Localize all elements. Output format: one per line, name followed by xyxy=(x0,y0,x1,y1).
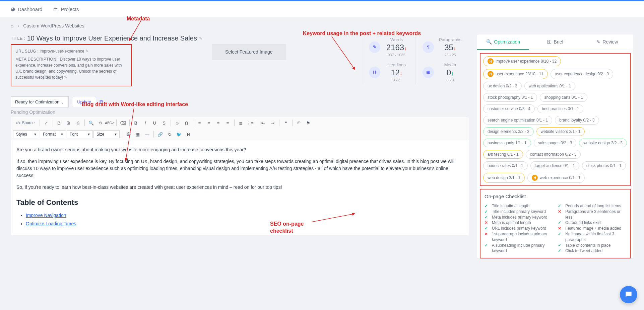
strike-icon[interactable]: S xyxy=(160,119,169,127)
save-icon[interactable]: 🗎 xyxy=(64,119,73,127)
numbered-list-icon[interactable]: ≣ xyxy=(237,119,245,127)
keyword-chip[interactable]: web applications 0/1 - 1 xyxy=(524,82,575,90)
checklist-item-label: Meta includes primary keyword xyxy=(492,215,547,220)
keyword-chip[interactable]: ux design 0/2 - 3 xyxy=(483,82,522,90)
tab-optimization[interactable]: 🔍 Optimization xyxy=(477,34,529,50)
size-select[interactable]: Size▾ xyxy=(93,130,120,138)
check-icon: ✓ xyxy=(485,243,489,248)
outdent-icon[interactable]: ⇤ xyxy=(259,119,268,127)
keyword-chip[interactable]: best practices 0/1 - 1 xyxy=(537,104,583,113)
tab-brief[interactable]: ⚿ Brief xyxy=(529,34,581,50)
keyword-chip[interactable]: customer service 0/3 - 4 xyxy=(483,104,535,113)
format-select[interactable]: Format▾ xyxy=(40,130,66,138)
nav-projects[interactable]: 🗀 Projects xyxy=(53,6,79,12)
keyword-chip[interactable]: bounce rates 0/1 - 1 xyxy=(483,161,528,170)
table-icon[interactable]: ▦ xyxy=(133,130,142,139)
align-left-icon[interactable]: ≡ xyxy=(195,119,204,127)
print-icon[interactable]: ⎙ xyxy=(74,119,82,127)
insert-image-icon[interactable]: 🖼 xyxy=(124,130,133,139)
keyword-chip-label: stock photos 0/1 - 1 xyxy=(586,163,622,168)
toc-link-1[interactable]: Improve Navigation xyxy=(26,213,66,218)
checklist-item: ✓Title includes primary keyword xyxy=(485,209,553,215)
bold-icon[interactable]: B xyxy=(132,119,140,127)
twitter-icon[interactable]: 🐦 xyxy=(175,130,183,139)
keyword-chip[interactable]: sales pages 0/2 - 3 xyxy=(534,139,576,147)
stat-media-range: 3 - 3 xyxy=(438,78,462,82)
keyword-chip[interactable]: Huser experience 28/10 - 11 xyxy=(483,69,548,79)
keyword-chip[interactable]: website visitors 2/1 - 1 xyxy=(536,127,585,136)
keyword-chip[interactable]: contact information 0/2 - 3 xyxy=(526,150,581,159)
keyword-h-badge: H xyxy=(488,58,494,64)
keyword-chip[interactable]: website design 2/2 - 3 xyxy=(579,139,627,147)
bullet-list-icon[interactable]: ⋮≡ xyxy=(246,119,255,127)
keyword-chip[interactable]: target audience 0/1 - 1 xyxy=(530,161,579,170)
select-featured-image-button[interactable]: Select Featured Image xyxy=(212,44,286,60)
blockquote-icon[interactable]: ❝ xyxy=(281,119,290,127)
flag-icon[interactable]: ⚑ xyxy=(304,119,313,127)
checklist-item: ✓Outbound links exist xyxy=(558,220,626,226)
edit-title-icon[interactable]: ✎ xyxy=(199,36,202,41)
home-icon[interactable]: ⌂ xyxy=(11,23,13,28)
edit-meta-desc-icon[interactable]: ✎ xyxy=(64,75,67,80)
keyword-chip-label: web experience 0/1 - 1 xyxy=(540,175,580,180)
breadcrumb: ⌂ › Custom WordPress Websites xyxy=(0,17,644,34)
indent-icon[interactable]: ⇥ xyxy=(268,119,277,127)
source-button[interactable]: </>Source xyxy=(13,119,38,127)
nav-dashboard[interactable]: ◕ Dashboard xyxy=(11,6,42,12)
keyword-chip[interactable]: design elements 2/2 - 3 xyxy=(483,127,534,136)
undo-icon[interactable]: ↶ xyxy=(295,119,303,127)
editor-content[interactable]: Are you a brand owner serious about maki… xyxy=(11,140,469,235)
refresh-icon[interactable]: ↻ xyxy=(165,130,174,139)
replace-icon[interactable]: ⟲ xyxy=(96,119,105,127)
keyword-chip[interactable]: stock photos 0/1 - 1 xyxy=(582,161,626,170)
smiley-icon[interactable]: ☺ xyxy=(173,119,182,127)
keyword-chip[interactable]: user experience design 0/2 - 3 xyxy=(551,69,613,79)
checklist-item-label: Click to Tweet added xyxy=(565,248,602,254)
align-right-icon[interactable]: ≡ xyxy=(214,119,223,127)
keyword-chip[interactable]: Himprove user experience 8/10 - 32 xyxy=(483,56,561,66)
align-center-icon[interactable]: ≡ xyxy=(205,119,213,127)
find-icon[interactable]: 🔍 xyxy=(87,119,95,127)
styles-select[interactable]: Styles▾ xyxy=(13,130,39,138)
font-select[interactable]: Font▾ xyxy=(67,130,93,138)
keyword-chip[interactable]: brand loyalty 0/2 - 3 xyxy=(555,116,599,125)
toc-heading: Table of Contents xyxy=(16,197,463,208)
edit-slug-icon[interactable]: ✎ xyxy=(85,49,89,54)
arrow-up-icon: ↑ xyxy=(451,71,454,76)
new-doc-icon[interactable]: 🗋 xyxy=(55,119,64,127)
link-icon[interactable]: 🔗 xyxy=(156,130,165,139)
status-select[interactable]: Ready for Optimization ⌄ xyxy=(11,96,69,107)
keyword-chip[interactable]: stock photography 0/1 - 1 xyxy=(483,93,537,102)
status-select-value: Ready for Optimization xyxy=(15,99,59,104)
pencil-icon: ✎ xyxy=(596,39,600,45)
remove-format-icon[interactable]: ⌫ xyxy=(119,119,127,127)
italic-icon[interactable]: I xyxy=(141,119,150,127)
content-p1: Are you a brand owner serious about maki… xyxy=(16,146,463,153)
keyword-chip[interactable]: business goals 1/1 - 1 xyxy=(483,139,531,147)
update-button[interactable]: Update xyxy=(72,97,96,107)
checklist-item: ✓Periods at end of long list items xyxy=(558,203,626,209)
page-title-row: TITLE : 10 Ways to Improve User Experien… xyxy=(11,34,202,42)
content-p2: If so, then improving user experience is… xyxy=(16,158,463,179)
heading-insert-icon[interactable]: H xyxy=(184,130,193,139)
toc-link-2[interactable]: Optimize Loading Times xyxy=(26,221,76,226)
tab-review[interactable]: ✎ Review xyxy=(581,34,633,50)
keyword-chip-label: search engine optimization 0/1 - 1 xyxy=(488,118,548,123)
keyword-chip[interactable]: search engine optimization 0/1 - 1 xyxy=(483,116,552,125)
pending-status: Pending Optimization xyxy=(11,109,469,115)
breadcrumb-project[interactable]: Custom WordPress Websites xyxy=(23,23,84,28)
expand-icon[interactable]: ⤢ xyxy=(42,119,51,127)
hr-icon[interactable]: — xyxy=(143,130,151,139)
keyword-chip[interactable]: shopping carts 0/1 - 1 xyxy=(540,93,587,102)
align-justify-icon[interactable]: ≡ xyxy=(223,119,232,127)
keyword-chip[interactable]: Hweb experience 0/1 - 1 xyxy=(527,173,585,183)
keyword-chip[interactable]: a/b testing 6/1 - 1 xyxy=(483,150,523,159)
keyword-chip[interactable]: web design 3/1 - 1 xyxy=(483,173,525,183)
keyword-chip-label: user experience 28/10 - 11 xyxy=(496,72,543,76)
special-char-icon[interactable]: Ω xyxy=(182,119,191,127)
keyword-chip-label: website design 2/2 - 3 xyxy=(583,141,623,145)
checklist-item-label: No images within first/last 3 paragraphs xyxy=(565,231,626,243)
underline-icon[interactable]: U xyxy=(150,119,159,127)
spellcheck-icon[interactable]: ABC✓ xyxy=(106,119,114,127)
external-link-icon[interactable]: ⧉ xyxy=(100,99,103,105)
